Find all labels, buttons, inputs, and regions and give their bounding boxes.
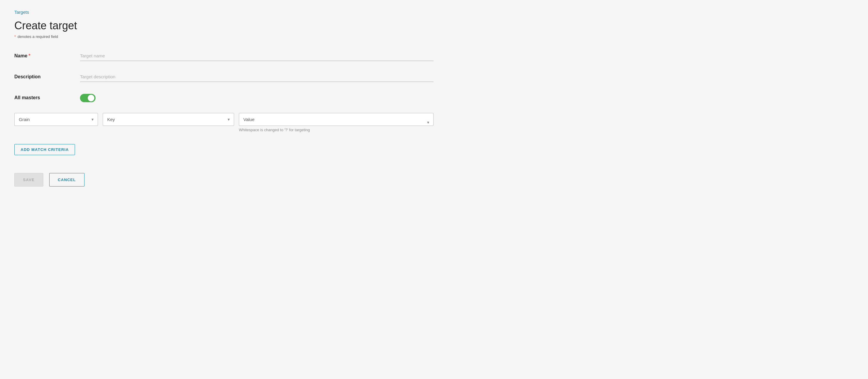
name-input[interactable]	[80, 51, 434, 61]
name-input-wrapper	[80, 51, 434, 61]
breadcrumb-link[interactable]: Targets	[14, 9, 29, 14]
whitespace-note: Whitespace is changed to '?' for targeti…	[239, 128, 434, 132]
all-masters-label: All masters	[14, 93, 80, 100]
name-required-star: *	[29, 53, 30, 59]
cancel-button[interactable]: CANCEL	[49, 173, 85, 186]
key-dropdown[interactable]: Key	[103, 113, 234, 126]
all-masters-toggle[interactable]	[80, 94, 96, 102]
name-label: Name *	[14, 51, 80, 59]
toggle-slider	[80, 94, 96, 102]
description-input[interactable]	[80, 72, 434, 82]
description-input-wrapper	[80, 72, 434, 82]
grain-dropdown[interactable]: Grain	[14, 113, 98, 126]
page-title: Create target	[14, 20, 434, 32]
all-masters-field-row: All masters	[14, 93, 434, 102]
key-dropdown-wrapper: Key ▼	[103, 113, 234, 126]
required-note: * denotes a required field	[14, 34, 434, 39]
criteria-dropdowns-row: Grain ▼ Key ▼ Value ▼ Whitespace is chan…	[14, 113, 434, 132]
all-masters-toggle-wrapper	[80, 93, 96, 102]
value-dropdown-wrapper: Value ▼ Whitespace is changed to '?' for…	[239, 113, 434, 132]
save-button[interactable]: SAVE	[14, 173, 43, 186]
actions-row: SAVE CANCEL	[14, 173, 434, 186]
required-asterisk: *	[14, 34, 16, 39]
value-dropdown[interactable]: Value	[239, 113, 434, 126]
create-target-form: Name * Description All masters	[14, 51, 434, 102]
criteria-section: Grain ▼ Key ▼ Value ▼ Whitespace is chan…	[14, 113, 434, 132]
description-field-row: Description	[14, 72, 434, 82]
description-label: Description	[14, 72, 80, 80]
grain-dropdown-wrapper: Grain ▼	[14, 113, 98, 126]
add-match-criteria-button[interactable]: ADD MATCH CRITERIA	[14, 144, 75, 155]
name-field-row: Name *	[14, 51, 434, 61]
